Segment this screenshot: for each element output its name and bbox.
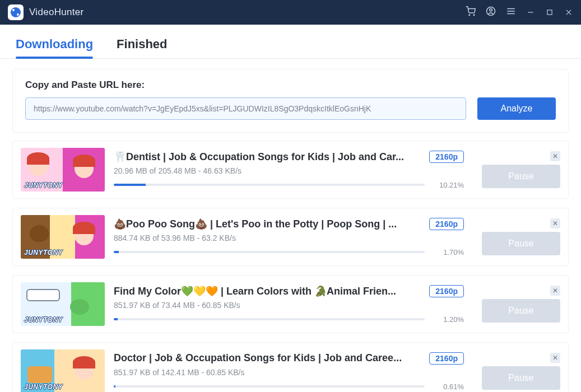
pause-button[interactable]: Pause [482,299,560,323]
download-row: JUNYTONY Doctor | Job & Occupation Songs… [12,342,569,392]
app-title: VideoHunter [29,7,84,18]
quality-badge: 2160p [429,218,464,230]
video-title: 🦷Dentist | Job & Occupation Songs for Ki… [114,151,421,163]
video-title: Find My Color💚💛🧡 | Learn Colors with 🐊An… [114,285,421,297]
quality-badge: 2160p [429,151,464,163]
progress-fill [114,318,118,320]
app-logo [8,4,24,20]
progress-fill [114,385,115,388]
video-thumbnail: JUNYTONY [21,282,105,326]
download-stats: 851.97 KB of 73.44 MB - 60.85 KB/s [114,301,464,310]
thumb-brand: JUNYTONY [24,181,63,189]
download-list: JUNYTONY 🦷Dentist | Job & Occupation Son… [0,141,581,392]
tab-finished[interactable]: Finished [117,37,167,58]
quality-badge: 2160p [429,352,464,365]
download-stats: 20.96 MB of 205.48 MB - 46.63 KB/s [114,166,464,175]
video-thumbnail: JUNYTONY [21,148,105,192]
thumb-brand: JUNYTONY [24,249,63,256]
download-row: JUNYTONY 🦷Dentist | Job & Occupation Son… [12,141,569,199]
progress-percent: 1.20% [433,315,464,324]
progress-fill [114,251,119,253]
menu-icon[interactable] [506,6,516,18]
tab-downloading[interactable]: Downloading [16,37,93,58]
remove-button[interactable]: ✕ [550,353,560,363]
url-card: Copy and Paste URL here: Analyze [12,69,569,133]
pause-button[interactable]: Pause [482,232,560,255]
account-icon[interactable] [486,6,496,18]
progress-fill [114,184,146,186]
minimize-icon[interactable] [526,8,535,17]
download-row: JUNYTONY Find My Color💚💛🧡 | Learn Colors… [12,275,569,333]
svg-point-1 [473,15,475,16]
titlebar-icons [466,6,573,18]
download-stats: 851.97 KB of 142.41 MB - 60.85 KB/s [114,368,464,377]
progress-bar [114,184,425,186]
titlebar: VideoHunter [0,0,581,25]
pause-button[interactable]: Pause [482,366,560,390]
progress-percent: 10.21% [433,181,464,189]
tabs: Downloading Finished [0,25,581,59]
quality-badge: 2160p [429,285,464,297]
progress-bar [114,385,425,388]
cart-icon[interactable] [466,6,476,18]
video-title: 💩Poo Poo Song💩 | Let's Poo in the Potty … [114,218,421,230]
download-stats: 884.74 KB of 53.96 MB - 63.2 KB/s [114,234,464,242]
video-title: Doctor | Job & Occupation Songs for Kids… [114,352,421,364]
remove-button[interactable]: ✕ [550,151,560,161]
remove-button[interactable]: ✕ [550,218,560,228]
thumb-brand: JUNYTONY [24,383,63,391]
progress-percent: 1.70% [433,248,464,256]
analyze-button[interactable]: Analyze [477,97,556,120]
progress-bar [114,318,425,320]
url-label: Copy and Paste URL here: [25,80,556,91]
progress-percent: 0.61% [433,382,464,391]
progress-bar [114,251,425,253]
pause-button[interactable]: Pause [482,165,560,188]
download-row: JUNYTONY 💩Poo Poo Song💩 | Let's Poo in t… [12,208,569,266]
video-thumbnail: JUNYTONY [21,215,105,259]
svg-point-0 [469,15,470,16]
maximize-icon[interactable] [545,8,554,17]
thumb-brand: JUNYTONY [24,316,63,324]
svg-rect-8 [547,10,552,15]
svg-point-3 [490,9,492,12]
video-thumbnail: JUNYTONY [21,349,105,392]
close-window-icon[interactable] [564,8,573,17]
remove-button[interactable]: ✕ [550,286,560,296]
url-input[interactable] [25,97,466,120]
